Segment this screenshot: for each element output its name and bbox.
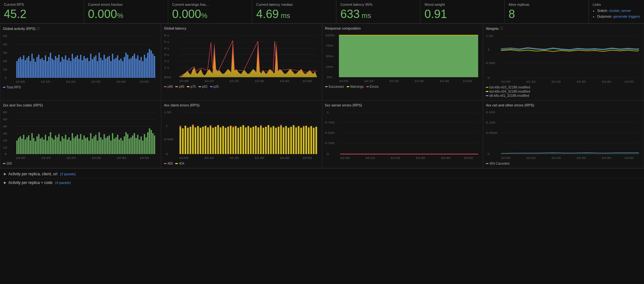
panel-5xx-server: 5xx server errors (RPS) 1 0.750 0.500 0.… [322, 100, 483, 168]
svg-rect-82 [124, 57, 125, 78]
svg-rect-24 [26, 58, 28, 78]
svg-rect-311 [280, 126, 282, 154]
svg-rect-319 [300, 128, 302, 154]
dutymon-triggers-link[interactable]: generate triggers [613, 14, 640, 18]
svg-rect-224 [100, 137, 101, 154]
main-grid: Global activity (RPS) ⓘ 50 40 30 20 10 0 [0, 23, 644, 168]
svg-rect-192 [46, 141, 48, 154]
svg-rect-65 [95, 55, 96, 78]
svg-rect-28 [33, 59, 34, 78]
svg-rect-51 [72, 54, 73, 78]
4xx-net-chart: 0.150 0.100 0.0500 0 10:00 10:10 10:20 1… [486, 109, 641, 160]
response-composition-chart: 100% 75% 50% 25% 0% 10:00 10:10 10:20 10… [325, 32, 480, 84]
svg-text:10:30: 10:30 [255, 79, 264, 82]
4xx-client-chart: 1.50 1 0.500 0 10:00 10:10 10:20 10:30 1… [164, 109, 319, 160]
svg-text:1 s: 1 s [164, 66, 169, 69]
svg-text:10:20: 10:20 [389, 79, 399, 82]
svg-rect-183 [32, 133, 33, 154]
svg-text:10:50: 10:50 [302, 156, 312, 159]
svg-rect-85 [129, 59, 130, 78]
svg-rect-219 [92, 139, 93, 154]
svg-rect-306 [267, 125, 269, 154]
svg-rect-189 [42, 137, 43, 154]
svg-rect-305 [265, 127, 267, 154]
svg-text:10:50: 10:50 [139, 156, 149, 159]
svg-rect-50 [70, 61, 71, 78]
svg-rect-200 [60, 141, 61, 154]
svg-rect-44 [60, 62, 61, 78]
svg-text:10:50: 10:50 [139, 80, 149, 83]
svg-rect-23 [25, 60, 26, 78]
svg-rect-332 [303, 126, 304, 127]
svg-rect-32 [40, 59, 41, 78]
svg-text:10:20: 10:20 [229, 79, 239, 82]
svg-rect-201 [62, 136, 63, 154]
svg-text:10:40: 10:40 [117, 156, 126, 159]
svg-rect-293 [235, 126, 236, 154]
svg-rect-229 [109, 135, 110, 154]
svg-rect-226 [103, 134, 105, 154]
svg-rect-276 [192, 125, 194, 154]
svg-marker-365 [501, 153, 639, 154]
svg-rect-322 [308, 127, 309, 154]
svg-rect-228 [107, 136, 108, 154]
svg-text:20: 20 [3, 139, 7, 142]
svg-rect-272 [182, 128, 184, 154]
svg-text:10:30: 10:30 [576, 156, 586, 159]
svg-rect-315 [290, 127, 292, 154]
collapse-replica-code[interactable]: ▶ Activity per replica + code (4 panels) [0, 178, 644, 187]
svg-rect-57 [82, 60, 83, 78]
svg-rect-329 [232, 126, 234, 128]
svg-rect-19 [18, 59, 19, 78]
svg-rect-93 [142, 61, 143, 78]
info-icon[interactable]: ⓘ [37, 26, 40, 31]
svg-rect-204 [67, 140, 68, 154]
snitch-server-link[interactable]: server [621, 9, 631, 13]
svg-rect-328 [210, 125, 211, 126]
svg-rect-81 [122, 61, 123, 78]
svg-text:1.50: 1.50 [164, 111, 171, 114]
weights-info-icon[interactable]: ⓘ [500, 26, 503, 31]
svg-rect-208 [73, 138, 75, 154]
svg-rect-209 [75, 136, 76, 154]
collapse-replica-client-url[interactable]: ▶ Activity per replica, client, url (3 p… [0, 170, 644, 178]
svg-text:0: 0 [5, 152, 7, 155]
svg-rect-323 [310, 126, 312, 154]
metrics-row: Current RPS 45.2 Current errors fraction… [0, 0, 644, 23]
svg-rect-314 [288, 128, 289, 154]
svg-rect-33 [42, 58, 43, 78]
svg-rect-138 [339, 35, 478, 77]
svg-text:25%: 25% [326, 65, 333, 68]
svg-rect-196 [53, 140, 54, 154]
svg-rect-218 [90, 133, 91, 154]
svg-rect-63 [92, 59, 93, 78]
chevron-icon-2: ▶ [4, 181, 6, 184]
2xx-3xx-legend: 200 [3, 162, 158, 165]
svg-rect-62 [90, 54, 91, 78]
svg-rect-66 [97, 61, 98, 78]
svg-rect-320 [303, 127, 304, 154]
metric-worst-weight: Worst weight 0.91 [420, 0, 505, 23]
svg-text:10:10: 10:10 [365, 156, 375, 159]
panel-weights: Weights ⓘ 1.50 1 0.500 0 10:00 10:10 10:… [483, 23, 644, 100]
svg-rect-254 [150, 130, 152, 154]
svg-text:50%: 50% [326, 55, 333, 58]
svg-text:100%: 100% [325, 34, 335, 37]
svg-text:10:10: 10:10 [41, 156, 51, 159]
svg-rect-25 [28, 56, 29, 78]
svg-text:1: 1 [166, 124, 168, 127]
svg-text:30: 30 [3, 132, 7, 135]
svg-text:1: 1 [327, 111, 329, 114]
svg-text:10:20: 10:20 [551, 156, 561, 159]
svg-rect-20 [20, 57, 21, 78]
svg-text:0: 0 [487, 76, 490, 79]
global-activity-legend: Total RPS [3, 86, 158, 89]
metric-alive-replicas: Alive replicas 8 [505, 0, 589, 23]
snitch-cluster-link[interactable]: cluster [609, 9, 619, 13]
links-list: Snitch: cluster, server Dutymon: generat… [593, 8, 640, 19]
svg-rect-52 [73, 59, 75, 78]
svg-rect-236 [120, 138, 122, 154]
svg-text:10:30: 10:30 [91, 156, 101, 159]
svg-rect-317 [295, 127, 297, 154]
response-composition-legend: Successes Warnings Errors [325, 85, 480, 88]
